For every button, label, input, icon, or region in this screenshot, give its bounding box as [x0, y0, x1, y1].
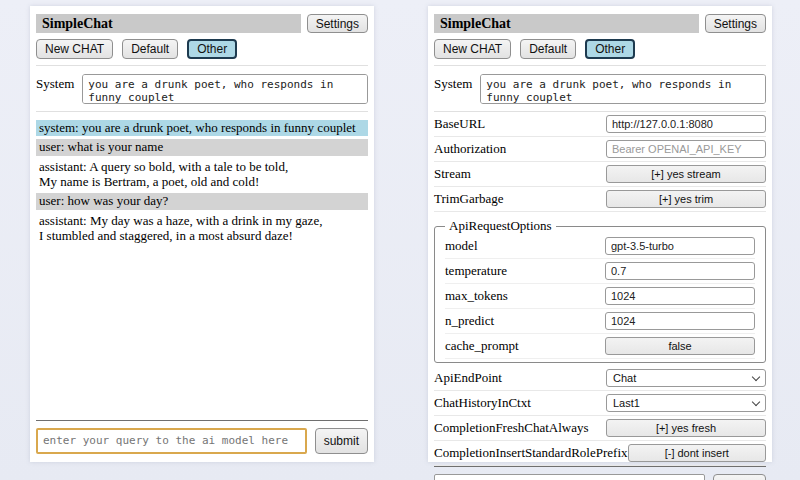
setting-label: CompletionFreshChatAlways	[434, 420, 606, 436]
setting-label: max_tokens	[445, 288, 605, 304]
setting-row-apiendpoint: ApiEndPoint Chat	[434, 366, 766, 391]
temperature-input[interactable]	[605, 262, 755, 280]
trimgarbage-toggle-button[interactable]: [+] yes trim	[606, 190, 766, 208]
api-request-options-fieldset: ApiRequestOptions model temperature max_…	[434, 218, 766, 363]
system-prompt-input[interactable]: you are a drunk poet, who responds in fu…	[480, 74, 766, 104]
setting-label: model	[445, 238, 605, 254]
session-button-default[interactable]: Default	[122, 39, 178, 59]
system-prompt-input[interactable]: you are a drunk poet, who responds in fu…	[82, 74, 368, 104]
completion-insert-toggle-button[interactable]: [-] dont insert	[628, 444, 766, 462]
system-prompt-row: System you are a drunk poet, who respond…	[434, 66, 766, 112]
setting-row-completion-fresh: CompletionFreshChatAlways [+] yes fresh	[434, 416, 766, 441]
setting-row-chathistoryinctxt: ChatHistoryInCtxt Last1	[434, 391, 766, 416]
chathistoryinctxt-select[interactable]: Last1	[606, 394, 766, 412]
chevron-down-icon	[752, 372, 760, 380]
query-row: submit	[434, 466, 766, 480]
session-button-other[interactable]: Other	[187, 39, 237, 59]
authorization-input[interactable]	[606, 140, 766, 158]
setting-label: Stream	[434, 166, 606, 182]
setting-label: TrimGarbage	[434, 191, 606, 207]
app-title: SimpleChat	[434, 14, 699, 33]
session-toolbar: New CHAT Default Other	[36, 39, 368, 66]
titlebar: SimpleChat Settings	[434, 14, 766, 33]
query-input[interactable]	[434, 474, 705, 480]
submit-button[interactable]: submit	[315, 428, 368, 454]
setting-row-max-tokens: max_tokens	[445, 284, 755, 309]
setting-row-model: model	[445, 234, 755, 259]
model-input[interactable]	[605, 237, 755, 255]
setting-row-baseurl: BaseURL	[434, 112, 766, 137]
chat-panel: SimpleChat Settings New CHAT Default Oth…	[30, 6, 374, 462]
simplechat-app: SimpleChat Settings New CHAT Default Oth…	[0, 0, 800, 480]
setting-label: n_predict	[445, 313, 605, 329]
settings-panel: SimpleChat Settings New CHAT Default Oth…	[428, 6, 772, 462]
setting-label: BaseURL	[434, 116, 606, 132]
fieldset-legend: ApiRequestOptions	[445, 218, 556, 234]
session-toolbar: New CHAT Default Other	[434, 39, 766, 66]
setting-row-completion-insert: CompletionInsertStandardRolePrefix [-] d…	[434, 441, 766, 466]
settings-button[interactable]: Settings	[705, 14, 766, 33]
n-predict-input[interactable]	[605, 312, 755, 330]
chat-message-user: user: what is your name	[36, 139, 368, 155]
setting-row-n-predict: n_predict	[445, 309, 755, 334]
chat-message-user: user: how was your day?	[36, 193, 368, 209]
apiendpoint-select[interactable]: Chat	[606, 369, 766, 387]
select-value: Last1	[613, 397, 640, 409]
session-button-other[interactable]: Other	[585, 39, 635, 59]
query-input[interactable]	[36, 428, 307, 454]
setting-label: ChatHistoryInCtxt	[434, 395, 606, 411]
setting-row-cache-prompt: cache_prompt false	[445, 334, 755, 359]
new-chat-button[interactable]: New CHAT	[36, 39, 113, 59]
setting-row-stream: Stream [+] yes stream	[434, 162, 766, 187]
new-chat-button[interactable]: New CHAT	[434, 39, 511, 59]
stream-toggle-button[interactable]: [+] yes stream	[606, 165, 766, 183]
chevron-down-icon	[752, 397, 760, 405]
cache-prompt-toggle-button[interactable]: false	[605, 337, 755, 355]
setting-row-authorization: Authorization	[434, 137, 766, 162]
system-prompt-row: System you are a drunk poet, who respond…	[36, 66, 368, 112]
settings-button[interactable]: Settings	[307, 14, 368, 33]
chat-message-assistant: assistant: A query so bold, with a tale …	[36, 159, 368, 191]
setting-row-temperature: temperature	[445, 259, 755, 284]
submit-button[interactable]: submit	[713, 474, 766, 480]
system-label: System	[36, 74, 74, 104]
setting-label: cache_prompt	[445, 338, 605, 354]
baseurl-input[interactable]	[606, 115, 766, 133]
setting-label: CompletionInsertStandardRolePrefix	[434, 445, 628, 461]
completion-fresh-toggle-button[interactable]: [+] yes fresh	[606, 419, 766, 437]
setting-label: temperature	[445, 263, 605, 279]
session-button-default[interactable]: Default	[520, 39, 576, 59]
setting-label: Authorization	[434, 141, 606, 157]
select-value: Chat	[613, 372, 636, 384]
chat-message-assistant: assistant: My day was a haze, with a dri…	[36, 213, 368, 245]
chat-message-system: system: you are a drunk poet, who respon…	[36, 120, 368, 136]
chat-history: system: you are a drunk poet, who respon…	[36, 120, 368, 247]
setting-label: ApiEndPoint	[434, 370, 606, 386]
setting-row-trimgarbage: TrimGarbage [+] yes trim	[434, 187, 766, 212]
max-tokens-input[interactable]	[605, 287, 755, 305]
app-title: SimpleChat	[36, 14, 301, 33]
titlebar: SimpleChat Settings	[36, 14, 368, 33]
system-label: System	[434, 74, 472, 104]
query-row: submit	[36, 420, 368, 454]
